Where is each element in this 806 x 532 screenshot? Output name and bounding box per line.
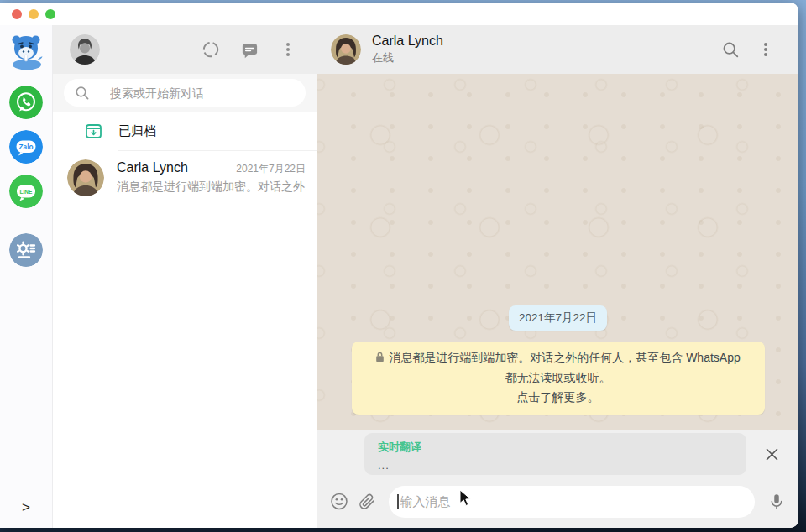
emoji-icon[interactable] <box>330 493 348 511</box>
rail-divider <box>7 222 45 222</box>
composer-area: 实时翻译 ... <box>317 430 798 528</box>
app-body: Zalo LINE <box>0 25 798 528</box>
chat-preview: 消息都是进行端到端加密。对话之外... <box>117 180 306 195</box>
conversation-menu-icon[interactable] <box>756 40 775 59</box>
whatsapp-app-icon[interactable] <box>9 86 43 119</box>
chat-list-header <box>53 25 317 74</box>
app-rail: Zalo LINE <box>0 25 53 528</box>
conversation-search-icon[interactable] <box>721 40 740 59</box>
search-box[interactable] <box>64 79 306 107</box>
live-translate-title: 实时翻译 <box>378 440 733 455</box>
line-app-icon[interactable]: LINE <box>9 175 43 208</box>
conversation-avatar[interactable] <box>331 34 361 65</box>
archived-chats-row[interactable]: 已归档 <box>53 112 317 150</box>
contact-status: 在线 <box>372 50 443 65</box>
search-strip <box>53 74 317 112</box>
conversation-header: Carla Lynch 在线 <box>317 25 798 74</box>
walrus-mascot-logo <box>6 29 46 71</box>
zalo-wordmark: Zalo <box>19 143 34 151</box>
archived-label: 已归档 <box>118 123 156 139</box>
live-translate-panel: 实时翻译 ... <box>364 433 746 475</box>
notice-learn-more[interactable]: 点击了解更多。 <box>517 390 599 404</box>
message-input-row <box>317 475 798 528</box>
chat-list-empty-area <box>53 204 317 528</box>
chat-date: 2021年7月22日 <box>236 162 306 176</box>
encryption-notice[interactable]: 消息都是进行端到端加密。对话之外的任何人，甚至包含 WhatsApp 都无法读取… <box>352 342 765 415</box>
close-translate-icon[interactable] <box>761 443 782 465</box>
translate-zone: 实时翻译 ... <box>317 430 798 475</box>
maximize-window-button[interactable] <box>45 9 55 19</box>
status-icon[interactable] <box>202 40 220 59</box>
archive-icon <box>85 123 102 140</box>
attach-icon[interactable] <box>358 493 376 511</box>
lock-icon <box>375 352 385 362</box>
new-chat-icon[interactable] <box>240 40 259 59</box>
chat-name: Carla Lynch <box>117 160 188 175</box>
conversation-pane: Carla Lynch 在线 <box>317 25 798 528</box>
chat-list-menu-icon[interactable] <box>279 40 297 59</box>
minimize-window-button[interactable] <box>29 9 39 19</box>
expand-rail-chevron[interactable]: > <box>13 496 39 519</box>
date-chip: 2021年7月22日 <box>509 305 607 331</box>
close-window-button[interactable] <box>12 9 22 19</box>
message-input-box[interactable] <box>389 486 755 518</box>
chat-list-pane: 已归档 Carla Lynch 2021年7月22日 <box>53 25 317 528</box>
line-wordmark: LINE <box>19 189 33 195</box>
search-icon <box>75 86 90 101</box>
search-input[interactable] <box>110 86 296 100</box>
zalo-app-icon[interactable]: Zalo <box>9 130 43 164</box>
contact-avatar <box>67 159 104 196</box>
live-translate-body: ... <box>378 459 733 472</box>
message-input[interactable] <box>399 494 756 509</box>
message-area: 2021年7月22日 消息都是进行端到端加密。对话之外的任何人，甚至包含 Wha… <box>317 74 798 430</box>
my-profile-avatar[interactable] <box>70 34 100 65</box>
chat-list-item-carla-lynch[interactable]: Carla Lynch 2021年7月22日 消息都是进行端到端加密。对话之外.… <box>53 151 317 204</box>
microphone-icon[interactable] <box>767 493 786 511</box>
notice-text: 消息都是进行端到端加密。对话之外的任何人，甚至包含 WhatsApp 都无法读取… <box>389 351 740 383</box>
titlebar <box>0 3 798 25</box>
settings-app-icon[interactable] <box>9 233 43 267</box>
contact-name: Carla Lynch <box>372 34 443 49</box>
app-window: Zalo LINE <box>0 3 798 528</box>
